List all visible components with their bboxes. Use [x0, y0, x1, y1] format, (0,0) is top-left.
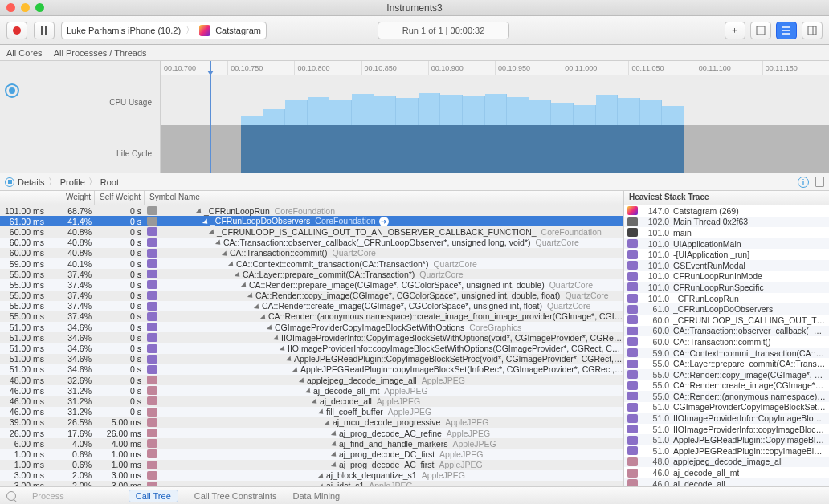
frame-icon	[147, 418, 157, 427]
stack-trace-row[interactable]: 60.0CA::Transaction::observer_callback(_…	[624, 326, 829, 337]
table-row[interactable]: 59.00 ms40.1%0 sCA::Context::commit_tran…	[0, 258, 623, 269]
ruler-tick: 00:10.950	[495, 61, 562, 75]
process-filter[interactable]: Process	[32, 491, 64, 501]
focus-button[interactable]: ➜	[379, 217, 389, 226]
breadcrumb-details[interactable]: Details	[18, 177, 45, 187]
table-row[interactable]: 55.00 ms37.4%0 sCA::Render::prepare_imag…	[0, 279, 623, 290]
stack-trace-row[interactable]: 102.0Main Thread 0x2f63	[624, 217, 829, 228]
stack-trace-row[interactable]: 101.0UIApplicationMain	[624, 238, 829, 250]
doc-icon[interactable]	[815, 177, 824, 187]
stack-trace-row[interactable]: 59.0CA::Context::commit_transaction(CA::…	[624, 348, 829, 359]
life-cycle-track[interactable]	[161, 125, 829, 173]
inspector-button[interactable]	[802, 22, 823, 39]
breadcrumb-root[interactable]: Root	[100, 177, 119, 187]
stack-trace-row[interactable]: 60.0CA::Transaction::commit()	[624, 336, 829, 348]
ruler-tick: 00:10.750	[227, 61, 294, 75]
table-row[interactable]: 51.00 ms34.6%0 sIIOImageProviderInfo::Co…	[0, 332, 623, 343]
stack-trace-row[interactable]: 101.0CFRunLoopRunInMode	[624, 271, 829, 282]
frame-icon	[627, 348, 638, 357]
detail-type-icon[interactable]	[5, 177, 14, 187]
table-row[interactable]: 60.00 ms40.8%0 sCA::Transaction::observe…	[0, 238, 623, 248]
table-row[interactable]: 3.00 ms2.0%3.00 msaj_block_dequantize_s1…	[0, 470, 623, 481]
timeline[interactable]: CPU Usage Life Cycle 00:10.70000:10.7500…	[0, 61, 829, 173]
stack-trace-row[interactable]: 101.0main	[624, 227, 829, 238]
stack-trace-row[interactable]: 55.0CA::Layer::prepare_commit(CA::Transa…	[624, 358, 829, 369]
stack-trace-row[interactable]: 101.0_CFRunLoopRun	[624, 293, 829, 304]
table-row[interactable]: 60.00 ms40.8%0 sCA::Transaction::commit(…	[0, 248, 623, 258]
table-row[interactable]: 60.00 ms40.8%0 s_CFRUNLOOP_IS_CALLING_OU…	[0, 226, 623, 237]
filter-icon[interactable]	[6, 491, 16, 501]
table-row[interactable]: 51.00 ms34.6%0 sIIOImageProviderInfo::co…	[0, 343, 623, 353]
table-row[interactable]: 48.00 ms32.6%0 sapplejpeg_decode_image_a…	[0, 375, 623, 385]
stack-trace-row[interactable]: 101.0GSEventRunModal	[624, 260, 829, 271]
table-row[interactable]: 55.00 ms37.4%0 sCA::Layer::prepare_commi…	[0, 269, 623, 279]
processes-filter[interactable]: All Processes / Threads	[54, 48, 147, 58]
ruler-tick: 00:11.000	[562, 61, 628, 75]
stack-trace-row[interactable]: 46.0aj_decode_all	[624, 478, 829, 486]
table-row[interactable]: 51.00 ms34.6%0 sCGImageProviderCopyImage…	[0, 322, 623, 332]
table-row[interactable]: 1.00 ms0.6%1.00 msaj_prog_decode_DC_firs…	[0, 449, 623, 459]
stack-trace-row[interactable]: 55.0CA::Render::(anonymous namespace)::c…	[624, 391, 829, 402]
stack-trace-row[interactable]: 48.0applejpeg_decode_image_all	[624, 457, 829, 468]
column-headers[interactable]: Weight Self Weight Symbol Name	[0, 191, 623, 205]
add-button[interactable]: ＋	[725, 22, 745, 39]
info-icon[interactable]: i	[798, 177, 809, 188]
view-mode-button[interactable]	[776, 22, 797, 39]
table-row[interactable]: 3.00 ms2.0%3.00 msaj_idct_s1AppleJPEG	[0, 481, 623, 486]
table-row[interactable]: 1.00 ms0.6%1.00 msaj_prog_decode_AC_firs…	[0, 460, 623, 470]
frame-icon	[147, 259, 157, 268]
frame-icon	[147, 396, 157, 405]
bottom-bar: Process Call Tree Call Tree Constraints …	[0, 486, 829, 504]
frame-icon	[147, 439, 157, 448]
table-row[interactable]: 55.00 ms37.4%0 sCA::Render::copy_image(C…	[0, 291, 623, 301]
frame-icon	[627, 272, 638, 281]
table-row[interactable]: 6.00 ms4.0%4.00 msaj_find_and_handle_mar…	[0, 438, 623, 449]
playhead[interactable]	[210, 61, 211, 173]
frame-icon	[147, 291, 157, 300]
stack-trace-row[interactable]: 101.0-[UIApplication _run]	[624, 249, 829, 260]
frame-icon	[627, 305, 638, 314]
stack-trace-row[interactable]: 60.0_CFRUNLOOP_IS_CALLING_OUT_TO_AN_O…	[624, 315, 829, 326]
target-selector[interactable]: Luke Parham's iPhone (10.2) 〉 Catstagram	[61, 22, 267, 39]
stack-trace-row[interactable]: 61.0_CFRunLoopDoObservers	[624, 303, 829, 315]
table-row[interactable]: 51.00 ms34.6%0 sAppleJPEGReadPlugin::Cop…	[0, 354, 623, 364]
stack-trace-row[interactable]: 51.0AppleJPEGReadPlugin::copyImageBlockS…	[624, 445, 829, 457]
stack-trace-row[interactable]: 51.0IIOImageProviderInfo::CopyImageBlock…	[624, 413, 829, 424]
strategy-button[interactable]	[750, 22, 771, 39]
table-row[interactable]: 26.00 ms17.6%26.00 msaj_prog_decode_AC_r…	[0, 428, 623, 438]
table-row[interactable]: 46.00 ms31.2%0 sfill_coeff_bufferAppleJP…	[0, 407, 623, 417]
stack-trace-row[interactable]: 55.0CA::Render::copy_image(CGImage*, CGC…	[624, 369, 829, 380]
table-row[interactable]: 101.00 ms68.7%0 s_CFRunLoopRunCoreFounda…	[0, 205, 623, 216]
stack-trace-row[interactable]: 101.0CFRunLoopRunSpecific	[624, 282, 829, 293]
table-row[interactable]: 51.00 ms34.6%0 sAppleJPEGReadPlugin::cop…	[0, 364, 623, 375]
cores-filter[interactable]: All Cores	[6, 48, 43, 58]
bb-constraints[interactable]: Call Tree Constraints	[194, 491, 277, 501]
record-button[interactable]	[6, 22, 27, 39]
stack-trace-row[interactable]: 46.0aj_decode_all_mt	[624, 467, 829, 478]
stack-trace-row[interactable]: 51.0IIOImageProviderInfo::copyImageBlock…	[624, 424, 829, 435]
breadcrumb-profile[interactable]: Profile	[60, 177, 85, 187]
instrument-icon[interactable]	[5, 83, 19, 98]
bb-data-mining[interactable]: Data Mining	[293, 491, 341, 501]
table-row[interactable]: 61.00 ms41.4%0 s_CFRunLoopDoObserversCor…	[0, 216, 623, 226]
table-row[interactable]: 46.00 ms31.2%0 saj_decode_all_mtAppleJPE…	[0, 385, 623, 396]
frame-icon	[147, 280, 157, 289]
stack-trace-row[interactable]: 55.0CA::Render::create_image(CGImage*, C…	[624, 380, 829, 392]
frame-icon	[147, 312, 157, 321]
frame-icon	[627, 360, 638, 368]
time-ruler[interactable]: 00:10.70000:10.75000:10.80000:10.85000:1…	[161, 61, 829, 75]
stack-trace-row[interactable]: 51.0CGImageProviderCopyImageBlockSetWith…	[624, 402, 829, 413]
stack-trace-row[interactable]: 147.0Catstagram (269)	[624, 205, 829, 217]
app-icon	[199, 25, 210, 36]
col-weight[interactable]: Weight	[0, 191, 95, 205]
stack-trace-row[interactable]: 51.0AppleJPEGReadPlugin::CopyImageBlockS…	[624, 434, 829, 445]
table-row[interactable]: 55.00 ms37.4%0 sCA::Render::(anonymous n…	[0, 311, 623, 322]
col-symbol[interactable]: Symbol Name	[145, 191, 623, 205]
col-self-weight[interactable]: Self Weight	[95, 191, 145, 205]
pause-button[interactable]	[34, 22, 55, 39]
table-row[interactable]: 55.00 ms37.4%0 sCA::Render::create_image…	[0, 301, 623, 311]
cpu-track[interactable]	[161, 75, 829, 125]
bb-call-tree[interactable]: Call Tree	[129, 490, 178, 502]
table-row[interactable]: 39.00 ms26.5%5.00 msaj_mcu_decode_progre…	[0, 417, 623, 428]
table-row[interactable]: 46.00 ms31.2%0 saj_decode_allAppleJPEG	[0, 396, 623, 406]
